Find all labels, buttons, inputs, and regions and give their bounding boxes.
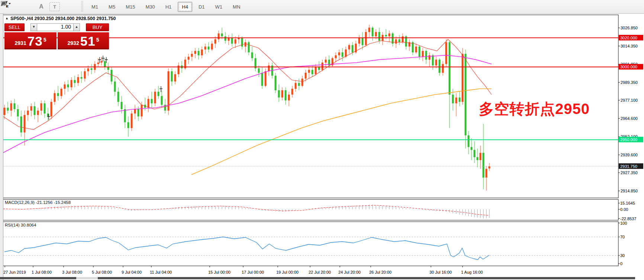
candlestick xyxy=(318,67,320,70)
candlestick xyxy=(221,33,223,36)
candlestick xyxy=(124,109,126,122)
candlestick xyxy=(30,106,32,111)
timeframe-M5[interactable]: M5 xyxy=(104,2,119,12)
candlestick xyxy=(44,103,46,113)
time-axis-label: 5 Jul 08:00 xyxy=(92,270,112,274)
toolbar-separator xyxy=(81,1,83,12)
buy-button[interactable]: BUY xyxy=(86,23,109,31)
price-axis-label: 2989.350 xyxy=(621,80,638,85)
candlestick xyxy=(57,93,59,96)
rsi-axis-label: 100 xyxy=(620,221,627,225)
buy-price-prefix: 2932 xyxy=(68,39,79,47)
macd-axis-label: -22.8537 xyxy=(620,216,636,221)
time-axis-label: 19 Jul 00:00 xyxy=(276,270,299,274)
candlestick xyxy=(483,153,484,178)
candlestick xyxy=(10,103,12,111)
candlestick xyxy=(489,166,490,169)
candlestick xyxy=(379,32,380,41)
candlestick xyxy=(104,61,106,67)
collapse-arrow-icon[interactable]: ▲ xyxy=(5,16,9,20)
window-left-edge xyxy=(0,13,3,280)
hscrollbar-gap[interactable] xyxy=(76,277,98,279)
time-axis-label: 27 Jun 2019 xyxy=(3,270,26,274)
buy-price-box[interactable]: 2932 51 5 xyxy=(58,32,109,49)
candlestick xyxy=(225,36,226,41)
macd-axis-label: 15.1645 xyxy=(620,201,635,205)
candlestick xyxy=(468,135,470,147)
candlestick xyxy=(480,153,482,160)
rsi-axis-label: 0 xyxy=(620,261,622,266)
candlestick xyxy=(174,74,176,82)
candlestick xyxy=(305,73,307,79)
candlestick xyxy=(477,157,479,160)
candlestick xyxy=(17,109,19,117)
volume-input[interactable]: 1.00 xyxy=(37,23,74,31)
candlestick xyxy=(34,106,36,115)
volume-increase-button[interactable]: ▲ xyxy=(73,23,80,31)
candlestick xyxy=(285,90,287,100)
timeframe-W1[interactable]: W1 xyxy=(211,2,227,12)
candlestick xyxy=(131,114,133,128)
rsi-label: RSI(14) 30.8064 xyxy=(5,223,36,227)
indicator-grid-icon[interactable]: F xyxy=(18,1,33,12)
top-toolbar: E F A T M1M5M15M30H1H4D1W1MN xyxy=(0,0,644,14)
candlestick xyxy=(395,39,397,44)
hscrollbar-thumb[interactable] xyxy=(98,277,635,279)
mt4-terminal: { "toolbar": { "icons": [ {"name": "expe… xyxy=(0,0,644,280)
price-axis-label: 2927.350 xyxy=(621,170,638,175)
candlestick xyxy=(465,54,467,136)
hscrollbar-left[interactable] xyxy=(0,277,76,279)
timeframe-MN[interactable]: MN xyxy=(229,2,244,12)
candlestick xyxy=(402,36,404,42)
text-label-icon[interactable]: A xyxy=(34,1,49,12)
candlestick xyxy=(399,39,400,42)
price-badge-label: 3020.000 xyxy=(620,36,637,40)
candlestick xyxy=(302,79,303,86)
price-axis-label: 3014.350 xyxy=(621,44,638,48)
candlestick xyxy=(442,64,444,73)
timeframe-D1[interactable]: D1 xyxy=(194,2,209,12)
candlestick xyxy=(292,89,293,95)
candlestick xyxy=(375,32,377,36)
candlestick xyxy=(385,35,387,36)
price-axis-label: 2914.850 xyxy=(621,189,638,193)
candlestick xyxy=(348,45,350,49)
candlestick xyxy=(315,67,317,74)
timeframe-H4[interactable]: H4 xyxy=(178,2,192,12)
timeframe-H1[interactable]: H1 xyxy=(161,2,176,12)
candlestick xyxy=(101,61,103,63)
candlestick xyxy=(7,108,9,111)
candlestick xyxy=(111,70,113,81)
macd-axis-label: 0.00 xyxy=(620,207,628,212)
candlestick xyxy=(261,73,263,86)
candlestick xyxy=(422,51,424,57)
candlestick xyxy=(27,111,29,115)
timeframe-M1[interactable]: M1 xyxy=(87,2,102,12)
candlestick xyxy=(211,44,213,50)
rsi-panel[interactable] xyxy=(3,222,618,266)
candlestick xyxy=(67,84,69,87)
price-axis-label: 2977.100 xyxy=(621,98,638,102)
candlestick xyxy=(365,32,367,45)
timeframe-bar: M1M5M15M30H1H4D1W1MN xyxy=(86,2,245,12)
candlestick xyxy=(107,67,109,70)
sell-button[interactable]: SELL xyxy=(4,23,25,31)
candlestick xyxy=(121,102,123,109)
price-axis-label: 2939.600 xyxy=(621,153,638,157)
candlestick xyxy=(81,77,83,79)
price-axis-label: 3026.850 xyxy=(621,26,638,30)
volume-decrease-button[interactable]: ▼ xyxy=(30,23,37,31)
macd-panel[interactable] xyxy=(3,199,618,220)
candlestick xyxy=(138,109,139,117)
sell-price-box[interactable]: 2931 73 5 xyxy=(4,32,57,49)
candlestick xyxy=(4,108,6,115)
candlestick xyxy=(462,54,464,102)
candlestick xyxy=(114,81,116,91)
timeframe-M30[interactable]: M30 xyxy=(141,2,159,12)
candlestick xyxy=(228,38,230,41)
candlestick xyxy=(258,68,260,73)
arrows-objects-icon[interactable] xyxy=(61,1,75,12)
candlestick xyxy=(87,68,89,71)
timeframe-M15[interactable]: M15 xyxy=(122,2,139,12)
text-box-icon[interactable]: T xyxy=(49,2,60,11)
